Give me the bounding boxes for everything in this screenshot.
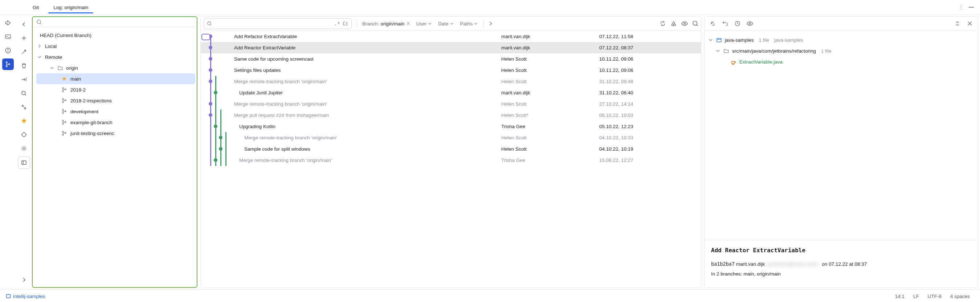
file-row[interactable]: ExtractVariable.java [708,56,975,67]
scroll-right-icon[interactable] [486,21,495,26]
commit-row[interactable]: Add Reactor ExtractVariablemarit.van.dij… [201,42,701,53]
cherry-pick-icon[interactable] [668,20,679,27]
folder-icon [57,65,63,71]
commit-row[interactable]: Merge remote-tracking branch 'origin/mai… [201,155,701,166]
svg-point-17 [62,99,64,99]
svg-point-23 [62,120,64,121]
svg-point-11 [23,147,25,149]
svg-point-24 [62,123,64,124]
svg-point-20 [62,109,64,110]
user-filter[interactable]: User [414,21,436,27]
services-icon[interactable] [2,17,14,29]
svg-point-27 [62,134,64,135]
branch-icon [61,109,67,114]
log-search-input[interactable]: .* Cc [204,18,352,29]
commit-row[interactable]: Settings files updatesHelen Scott10.11.2… [201,65,701,76]
svg-rect-4 [5,35,11,39]
chevron-down-icon [708,38,713,42]
commit-row[interactable]: Merge remote-tracking branch 'origin/mai… [201,132,701,143]
file-row-path[interactable]: src/main/java/com/jetbrains/refactoring … [708,45,975,56]
delete-icon[interactable] [18,60,30,72]
favorite-star-icon[interactable] [18,115,30,127]
caret-pos[interactable]: 14:1 [891,294,909,299]
branches-tool-strip [16,15,32,289]
module-link[interactable]: intellij-samples [6,294,45,299]
commit-row[interactable]: Add Refactor ExtractVariablemarit.van.di… [201,31,701,42]
more-options-icon[interactable] [956,4,966,10]
svg-point-1 [961,7,961,8]
tool-window-tabs: Git Log: origin/main [0,0,980,15]
branch-icon [61,120,67,125]
terminal-icon[interactable] [2,31,14,43]
git-icon[interactable] [2,59,14,70]
forward-icon[interactable] [18,274,30,286]
commit-message-view: Add Reactor ExtractVariable ba1b2ba7 mar… [705,240,978,288]
problems-icon[interactable] [2,45,14,56]
commit-row[interactable]: Sample code for split windowsHelen Scott… [201,143,701,155]
branch-icon [61,131,67,136]
close-icon[interactable] [964,21,975,26]
branch-filter[interactable]: Branch: origin/main ✕ [360,21,414,27]
preview-icon[interactable] [679,20,690,27]
branch-item[interactable]: 2018-2 [36,84,195,95]
log-toolbar: .* Cc Branch: origin/main ✕ User Date Pa… [201,17,701,31]
commit-row[interactable]: Merge pull request #24 from trishagee/ma… [201,110,701,121]
back-icon[interactable] [18,19,30,30]
commit-row[interactable]: Merge remote-tracking branch 'origin/mai… [201,99,701,110]
remote-row[interactable]: Remote [36,52,195,62]
branch-item[interactable]: main [36,73,195,84]
branch-icon [61,87,67,92]
changed-files-tree: java-samples 1 file java-samples src/mai… [705,31,978,67]
file-row-root[interactable]: java-samples 1 file java-samples [708,35,975,45]
svg-point-18 [62,102,64,103]
branch-item[interactable]: junit-testing-screenc [36,128,195,139]
tab-log[interactable]: Log: origin/main [46,2,95,13]
tab-git[interactable]: Git [25,2,46,13]
encoding[interactable]: UTF-8 [923,294,946,299]
origin-row[interactable]: origin [36,62,195,73]
branch-item[interactable]: development [36,106,195,117]
match-case-icon[interactable]: Cc [343,21,348,27]
svg-rect-12 [22,161,26,164]
clear-filter-icon[interactable]: ✕ [406,21,410,27]
history-icon[interactable] [732,20,743,27]
add-icon[interactable] [18,32,30,44]
java-file-icon [730,59,737,65]
checkout-icon[interactable] [18,46,30,58]
compare-icon[interactable] [18,74,30,85]
fetch-icon[interactable] [18,101,30,113]
commit-row[interactable]: Upgrading KotlinTrisha Gee05.10.22, 12:2… [201,121,701,132]
svg-point-33 [693,21,697,25]
locate-icon[interactable] [18,129,30,140]
line-ending[interactable]: LF [909,294,923,299]
svg-point-29 [208,22,211,25]
settings-icon[interactable] [18,143,30,154]
collapse-panel-icon[interactable] [18,156,30,169]
status-bar: intellij-samples 14:1 LF UTF-8 4 spaces [0,289,980,302]
expand-collapse-icon[interactable] [952,21,963,27]
svg-point-0 [961,5,961,6]
go-to-source-icon[interactable] [707,20,718,27]
find-in-log-icon[interactable] [690,20,701,27]
date-filter[interactable]: Date [435,21,457,27]
local-row[interactable]: Local [36,41,195,52]
branch-item[interactable]: 2018-2-inspections [36,95,195,106]
commit-list[interactable]: Add Refactor ExtractVariablemarit.van.di… [201,31,701,288]
head-row[interactable]: HEAD (Current Branch) [36,30,195,41]
module-icon [716,37,722,43]
svg-point-8 [9,64,10,65]
commit-row[interactable]: Same code for upcoming screencastHelen S… [201,53,701,65]
revert-icon[interactable] [720,20,731,27]
regex-icon[interactable]: .* [334,21,339,27]
branches-tree: HEAD (Current Branch) Local Remote origi… [33,27,197,287]
commit-row[interactable]: Update Junit Jupitermarit.van.dijk31.10.… [201,87,701,99]
branch-item[interactable]: example-git-branch [36,117,195,128]
indent-info[interactable]: 4 spaces [946,294,974,299]
minimize-icon[interactable] [966,7,976,8]
find-icon[interactable] [18,87,30,99]
refresh-icon[interactable] [657,20,668,27]
preview-diff-icon[interactable] [745,20,755,27]
branches-search[interactable] [33,17,197,27]
commit-row[interactable]: Merge remote-tracking branch 'origin/mai… [201,76,701,87]
paths-filter[interactable]: Paths [457,21,482,27]
